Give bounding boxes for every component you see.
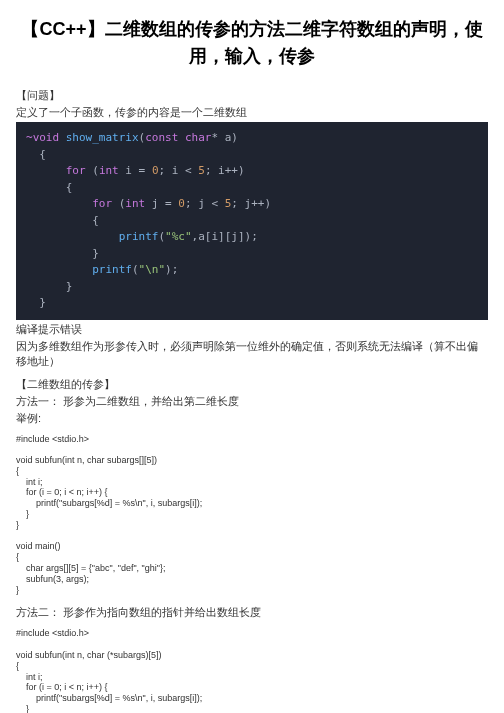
problem-desc-1: 定义了一个子函数，传参的内容是一个二维数组: [16, 105, 488, 120]
example-2: #include <stdio.h> void subfun(int n, ch…: [16, 628, 488, 713]
method1-title: 方法一： 形参为二维数组，并给出第二维长度: [16, 394, 488, 409]
method2-title: 方法二： 形参作为指向数组的指针并给出数组长度: [16, 605, 488, 620]
section-problem-heading: 【问题】: [16, 88, 488, 103]
problem-desc-2: 编译提示错误: [16, 322, 488, 337]
method1-sub: 举例:: [16, 411, 488, 426]
problem-desc-3: 因为多维数组作为形参传入时，必须声明除第一位维外的确定值，否则系统无法编译（算不…: [16, 339, 488, 369]
section-passing-heading: 【二维数组的传参】: [16, 377, 488, 392]
page-title: 【CC++】二维数组的传参的方法二维字符数组的声明，使用，输入，传参: [16, 16, 488, 70]
code-block-1: ~void show_matrix(const char* a) { for (…: [16, 122, 488, 320]
example-1: #include <stdio.h> void subfun(int n, ch…: [16, 434, 488, 596]
